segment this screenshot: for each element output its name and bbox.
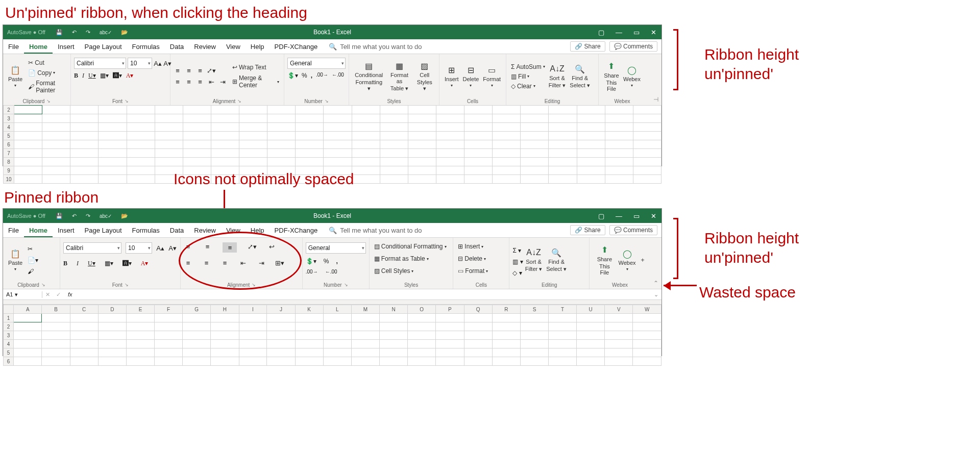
webex-button[interactable]: ◯Webex▾ [621, 64, 643, 89]
maximize-icon[interactable]: ▭ [633, 29, 640, 36]
row-header[interactable]: 1 [4, 314, 14, 322]
save-icon[interactable]: 💾 [56, 29, 63, 36]
webex-button[interactable]: ◯Webex▾ [617, 247, 638, 272]
save-icon[interactable]: 💾 [56, 213, 63, 219]
tab-file[interactable]: File [3, 223, 24, 237]
format-cells-button[interactable]: ▭Format ▾ [456, 267, 489, 275]
font-color-icon[interactable]: A▾ [126, 72, 134, 80]
conditional-formatting-button[interactable]: ▤ConditionalFormatting ▾ [352, 60, 385, 93]
webex-share-button[interactable]: ⬆ShareThis File [593, 244, 616, 277]
undo-icon[interactable]: ↶ [72, 29, 77, 36]
number-format-combo[interactable]: General [306, 242, 366, 254]
col-header[interactable]: A [14, 305, 42, 314]
insert-cells-button[interactable]: ⊞Insert ▾ [456, 242, 485, 251]
col-header[interactable]: W [633, 305, 662, 314]
increase-decimal-icon[interactable]: .00→ [306, 269, 318, 275]
align-left-icon[interactable]: ≡ [174, 78, 182, 86]
tab-pdfxchange[interactable]: PDF-XChange [270, 39, 323, 54]
italic-button[interactable]: I [82, 72, 84, 80]
worksheet[interactable]: A B C D E F G H I J K L M N O P Q R S T [3, 305, 662, 366]
insert-cells-button[interactable]: ⊞Insert▾ [443, 64, 461, 89]
dialog-launcher-icon[interactable]: ↘ [344, 282, 348, 287]
tab-page-layout[interactable]: Page Layout [80, 39, 127, 54]
clear-button[interactable]: ◇Clear▾ [509, 82, 547, 90]
clear-icon[interactable]: ◇ ▾ [512, 269, 523, 277]
col-header[interactable]: G [183, 305, 211, 314]
redo-icon[interactable]: ↷ [86, 29, 90, 36]
cell-styles-button[interactable]: ▨CellStyles ▾ [413, 60, 436, 93]
select-all[interactable] [4, 305, 14, 314]
decrease-decimal-icon[interactable]: ←.00 [332, 72, 344, 79]
col-header[interactable]: I [239, 305, 267, 314]
row-header[interactable]: 5 [4, 132, 14, 140]
autosum-button[interactable]: ΣAutoSum▾ [509, 63, 547, 71]
merge-center-button[interactable]: ⊞Merge & Center▾ [231, 74, 281, 89]
sum-icon[interactable]: Σ ▾ [512, 247, 523, 254]
align-middle-icon[interactable]: ≡ [185, 67, 193, 75]
fill-icon[interactable]: ▥ ▾ [512, 258, 523, 265]
fill-color-icon[interactable]: 🅰▾ [113, 72, 122, 80]
collapse-ribbon-icon[interactable]: ⌃ [650, 238, 662, 289]
col-header[interactable]: L [323, 305, 351, 314]
col-header[interactable]: J [267, 305, 295, 314]
paste-button[interactable]: 📋Paste▾ [6, 64, 24, 89]
col-header[interactable]: M [351, 305, 379, 314]
col-header[interactable]: C [70, 305, 98, 314]
cut-button[interactable]: ✂Cut [27, 59, 67, 67]
row-header[interactable]: 8 [4, 158, 14, 166]
border-icon[interactable]: ▦▾ [100, 72, 109, 80]
undo-icon[interactable]: ↶ [72, 213, 77, 219]
col-header[interactable]: F [155, 305, 183, 314]
close-icon[interactable]: ✕ [651, 29, 656, 36]
align-center-icon[interactable]: ≡ [185, 78, 193, 86]
underline-button[interactable]: U▾ [88, 260, 95, 267]
font-name-combo[interactable]: Calibri [74, 58, 126, 69]
align-right-icon[interactable]: ≡ [196, 78, 204, 86]
comments-button[interactable]: 💬 Comments [609, 41, 657, 52]
tab-home[interactable]: Home [24, 223, 53, 237]
row-header[interactable]: 3 [4, 331, 14, 340]
tab-file[interactable]: File [3, 39, 24, 54]
autosave-toggle[interactable]: AutoSave ● Off [7, 29, 45, 35]
decrease-font-icon[interactable]: A▾ [168, 244, 177, 252]
row-header[interactable]: 2 [4, 322, 14, 331]
enter-icon[interactable]: ✓ [53, 291, 64, 298]
row-header[interactable]: 9 [4, 166, 14, 175]
ribbon-display-icon[interactable]: ▢ [598, 212, 604, 220]
row-header[interactable]: 5 [4, 348, 14, 357]
comma-icon[interactable]: , [311, 72, 312, 79]
col-header[interactable]: D [98, 305, 126, 314]
tab-home[interactable]: Home [24, 39, 53, 54]
row-header[interactable]: 6 [4, 140, 14, 149]
increase-font-icon[interactable]: A▴ [156, 244, 164, 252]
tab-review[interactable]: Review [189, 39, 221, 54]
spellcheck-icon[interactable]: abc✓ [100, 30, 112, 35]
tell-me-search[interactable]: 🔍Tell me what you want to do [329, 227, 422, 234]
number-format-combo[interactable]: General [287, 58, 346, 69]
col-header[interactable]: Q [464, 305, 492, 314]
sort-filter-button[interactable]: A↓ZSort &Filter ▾ [523, 246, 545, 273]
col-header[interactable]: S [520, 305, 548, 314]
open-icon[interactable]: 📂 [121, 29, 128, 36]
dialog-launcher-icon[interactable]: ↘ [125, 98, 129, 104]
cancel-icon[interactable]: ✕ [42, 291, 53, 298]
col-header[interactable]: E [126, 305, 154, 314]
col-header[interactable]: V [605, 305, 633, 314]
dialog-launcher-icon[interactable]: ↘ [125, 282, 129, 287]
find-select-button[interactable]: 🔍Find &Select ▾ [544, 246, 569, 273]
col-header[interactable]: P [436, 305, 464, 314]
col-header[interactable]: U [577, 305, 605, 314]
share-button[interactable]: 🔗 Share [570, 225, 605, 235]
tell-me-search[interactable]: 🔍Tell me what you want to do [329, 43, 422, 51]
fx-icon[interactable]: fx [64, 291, 77, 297]
underline-button[interactable]: U▾ [88, 72, 96, 80]
bold-button[interactable]: B [74, 72, 78, 80]
tab-insert[interactable]: Insert [53, 223, 80, 237]
tab-view[interactable]: View [221, 39, 246, 54]
tab-data[interactable]: Data [165, 223, 189, 237]
border-icon[interactable]: ▦▾ [105, 260, 113, 267]
row-header[interactable]: 10 [4, 175, 14, 184]
format-painter-button[interactable]: 🖌Format Painter [27, 79, 67, 94]
open-icon[interactable]: 📂 [121, 213, 128, 219]
brush-icon[interactable]: 🖌 [28, 268, 38, 275]
